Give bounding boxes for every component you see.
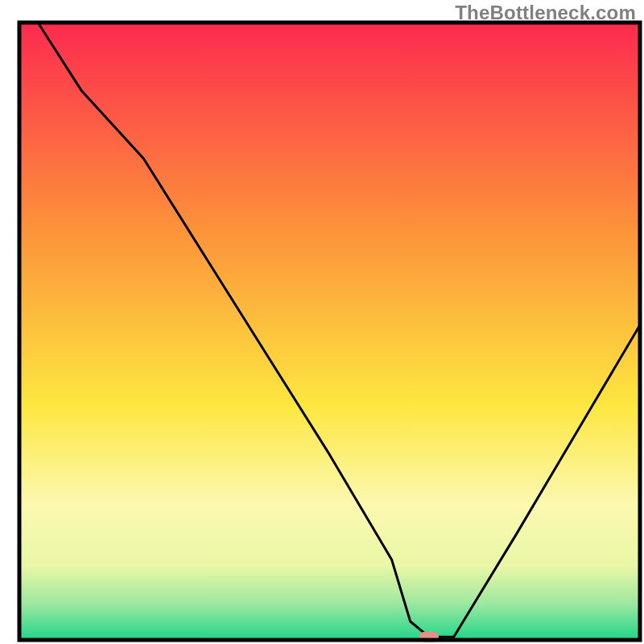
bottleneck-chart: TheBottleneck.com <box>0 0 644 644</box>
chart-canvas <box>0 0 644 644</box>
watermark-text: TheBottleneck.com <box>455 2 636 24</box>
gradient-background <box>19 23 640 640</box>
